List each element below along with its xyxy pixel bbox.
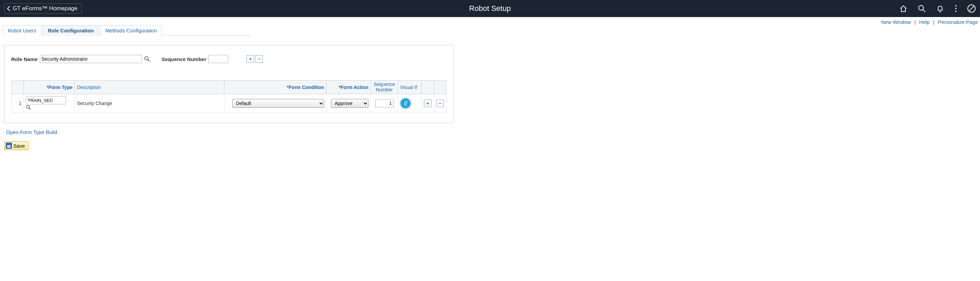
new-window-link[interactable]: New Window <box>881 19 911 25</box>
header-icon-group <box>899 4 976 13</box>
visual-if-button[interactable]: If <box>400 98 411 109</box>
svg-point-7 <box>145 57 148 60</box>
grid-header-row: *Form Type Description *Form Condition *… <box>11 80 446 94</box>
svg-line-8 <box>148 60 150 61</box>
column-form-action[interactable]: *Form Action <box>326 80 371 94</box>
column-add <box>422 80 434 94</box>
remove-row-button[interactable]: − <box>255 55 263 63</box>
sequence-number-cell <box>371 94 398 113</box>
svg-line-6 <box>969 6 974 11</box>
svg-line-1 <box>923 10 925 12</box>
role-lookup-icon[interactable] <box>144 56 150 62</box>
row-number: 1 <box>11 94 24 113</box>
tab-methods-configuration[interactable]: Methods Configuration <box>100 25 162 35</box>
personalize-link[interactable]: Personalize Page <box>938 19 978 25</box>
grid-add-row-button[interactable]: + <box>424 100 431 107</box>
search-icon[interactable] <box>917 4 926 13</box>
bell-icon[interactable] <box>936 4 945 13</box>
kebab-menu-icon[interactable] <box>954 4 958 13</box>
save-disk-icon <box>6 142 12 148</box>
compass-icon[interactable] <box>967 4 976 13</box>
form-type-input[interactable] <box>26 96 66 104</box>
column-form-type[interactable]: *Form Type <box>24 80 75 94</box>
svg-point-0 <box>919 5 923 10</box>
column-remove <box>434 80 446 94</box>
svg-point-9 <box>27 105 30 109</box>
form-type-cell <box>24 94 75 113</box>
tab-role-configuration[interactable]: Role Configuration <box>43 25 99 35</box>
column-description[interactable]: Description <box>75 80 224 94</box>
column-sequence-number[interactable]: Sequence Number <box>371 80 398 94</box>
visual-if-cell: If <box>398 94 422 113</box>
form-action-select[interactable]: Approve <box>331 99 368 108</box>
form-type-lookup-icon[interactable] <box>26 105 31 110</box>
separator: | <box>933 19 934 25</box>
back-button[interactable]: GT eForms™ Homepage <box>4 3 82 14</box>
page-title: Robot Setup <box>0 4 980 13</box>
row-add-remove-group: + − <box>247 55 263 63</box>
save-button[interactable]: Save <box>4 141 29 150</box>
column-visual-if[interactable]: Visual If <box>398 80 422 94</box>
grid-row: 1 Security Change Default Approve <box>11 94 446 113</box>
grid-add-cell: + <box>422 94 434 113</box>
description-cell: Security Change <box>75 94 224 113</box>
svg-point-4 <box>955 11 956 12</box>
add-row-button[interactable]: + <box>247 55 254 63</box>
column-rownum <box>11 80 24 94</box>
svg-point-2 <box>955 5 956 6</box>
sequence-number-input[interactable] <box>208 55 228 63</box>
svg-point-3 <box>955 8 956 9</box>
column-form-condition[interactable]: *Form Condition <box>224 80 326 94</box>
save-label: Save <box>13 143 25 148</box>
form-condition-cell: Default <box>224 94 326 113</box>
role-config-panel: Role Name Sequence Number + − *Form Type… <box>4 45 453 123</box>
grid-remove-cell: − <box>434 94 446 113</box>
svg-line-10 <box>29 108 31 109</box>
top-links: New Window | Help | Personalize Page <box>0 17 980 25</box>
tab-robot-users[interactable]: Robot Users <box>3 25 41 35</box>
back-label: GT eForms™ Homepage <box>13 5 78 12</box>
role-grid: *Form Type Description *Form Condition *… <box>11 80 446 113</box>
sequence-number-label: Sequence Number <box>162 56 207 62</box>
grid-sequence-input[interactable] <box>375 99 394 107</box>
form-action-cell: Approve <box>326 94 371 113</box>
role-name-label: Role Name <box>11 56 38 62</box>
role-name-input[interactable] <box>40 55 142 63</box>
app-header: GT eForms™ Homepage Robot Setup <box>0 0 980 17</box>
form-condition-select[interactable]: Default <box>232 99 324 108</box>
home-icon[interactable] <box>899 4 908 13</box>
open-form-type-build-link[interactable]: Open Form Type Build <box>6 129 980 135</box>
separator: | <box>914 19 916 25</box>
tab-bar: Robot Users Role Configuration Methods C… <box>3 25 251 35</box>
grid-remove-row-button[interactable]: − <box>436 100 444 107</box>
role-row: Role Name Sequence Number + − <box>11 55 446 63</box>
help-link[interactable]: Help <box>919 19 930 25</box>
